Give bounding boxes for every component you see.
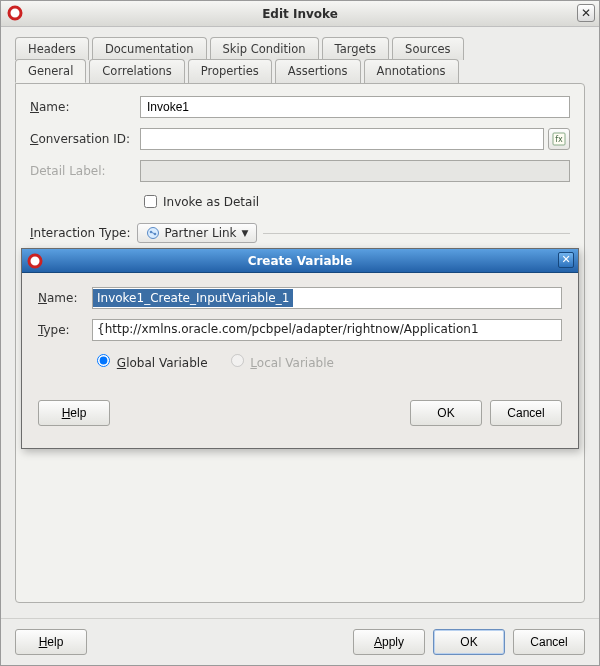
- var-type-label: Type:: [38, 323, 92, 337]
- inner-ok-button[interactable]: OK: [410, 400, 482, 426]
- conversation-input[interactable]: [140, 128, 544, 150]
- inner-title: Create Variable: [248, 254, 353, 268]
- detail-label: Detail Label:: [30, 164, 140, 178]
- tab-annotations[interactable]: Annotations: [364, 59, 459, 83]
- tab-targets[interactable]: Targets: [322, 37, 390, 60]
- interaction-type-label: Interaction Type:: [30, 226, 131, 240]
- tab-headers[interactable]: Headers: [15, 37, 89, 60]
- tab-skip-condition[interactable]: Skip Condition: [210, 37, 319, 60]
- detail-input: [140, 160, 570, 182]
- window-title: Edit Invoke: [262, 7, 338, 21]
- tabs-row-2: General Correlations Properties Assertio…: [15, 59, 585, 83]
- create-variable-dialog: Create Variable ✕ Name: Invoke1_Create_I…: [21, 248, 579, 449]
- tab-assertions[interactable]: Assertions: [275, 59, 361, 83]
- name-input[interactable]: [140, 96, 570, 118]
- svg-point-0: [9, 7, 21, 19]
- footer-button-bar: Help Apply OK Cancel: [1, 618, 599, 665]
- inner-help-button[interactable]: Help: [38, 400, 110, 426]
- var-name-label: Name:: [38, 291, 92, 305]
- oracle-icon: [27, 253, 43, 269]
- oracle-icon: [7, 5, 23, 21]
- cancel-button[interactable]: Cancel: [513, 629, 585, 655]
- expression-builder-icon[interactable]: fx: [548, 128, 570, 150]
- invoke-as-detail-row: Invoke as Detail: [140, 192, 570, 211]
- apply-button[interactable]: Apply: [353, 629, 425, 655]
- conversation-row: Conversation ID: fx: [30, 128, 570, 150]
- inner-cancel-button[interactable]: Cancel: [490, 400, 562, 426]
- detail-row: Detail Label:: [30, 160, 570, 182]
- local-variable-radio: Local Variable: [226, 351, 334, 370]
- tab-sources[interactable]: Sources: [392, 37, 464, 60]
- name-label: Name:: [30, 100, 140, 114]
- tab-properties[interactable]: Properties: [188, 59, 272, 83]
- name-row: Name:: [30, 96, 570, 118]
- global-variable-radio[interactable]: Global Variable: [92, 351, 208, 370]
- tab-documentation[interactable]: Documentation: [92, 37, 207, 60]
- var-type-input[interactable]: {http://xmlns.oracle.com/pcbpel/adapter/…: [92, 319, 562, 341]
- invoke-as-detail-checkbox[interactable]: [144, 195, 157, 208]
- scope-radio-row: Global Variable Local Variable: [92, 351, 562, 370]
- tab-general[interactable]: General: [15, 59, 86, 83]
- conversation-label: Conversation ID:: [30, 132, 140, 146]
- invoke-as-detail-label: Invoke as Detail: [163, 195, 259, 209]
- ok-button[interactable]: OK: [433, 629, 505, 655]
- var-type-row: Type: {http://xmlns.oracle.com/pcbpel/ad…: [38, 319, 562, 341]
- inner-titlebar: Create Variable ✕: [22, 249, 578, 273]
- var-name-value: Invoke1_Create_InputVariable_1: [93, 289, 293, 307]
- interaction-type-value: Partner Link: [165, 226, 237, 240]
- interaction-type-dropdown[interactable]: Partner Link ▼: [137, 223, 258, 243]
- titlebar: Edit Invoke ✕: [1, 1, 599, 27]
- var-name-input[interactable]: Invoke1_Create_InputVariable_1: [92, 287, 562, 309]
- var-name-row: Name: Invoke1_Create_InputVariable_1: [38, 287, 562, 309]
- close-icon[interactable]: ✕: [558, 252, 574, 268]
- interaction-type-row: Interaction Type: Partner Link ▼: [30, 223, 570, 243]
- inner-button-bar: Help OK Cancel: [38, 400, 562, 438]
- close-icon[interactable]: ✕: [577, 4, 595, 22]
- chevron-down-icon: ▼: [242, 228, 249, 238]
- tab-correlations[interactable]: Correlations: [89, 59, 184, 83]
- inner-body: Name: Invoke1_Create_InputVariable_1 Typ…: [22, 273, 578, 448]
- svg-text:fx: fx: [555, 135, 563, 144]
- svg-point-11: [29, 255, 41, 267]
- help-button[interactable]: Help: [15, 629, 87, 655]
- tabs-row-1: Headers Documentation Skip Condition Tar…: [15, 37, 585, 60]
